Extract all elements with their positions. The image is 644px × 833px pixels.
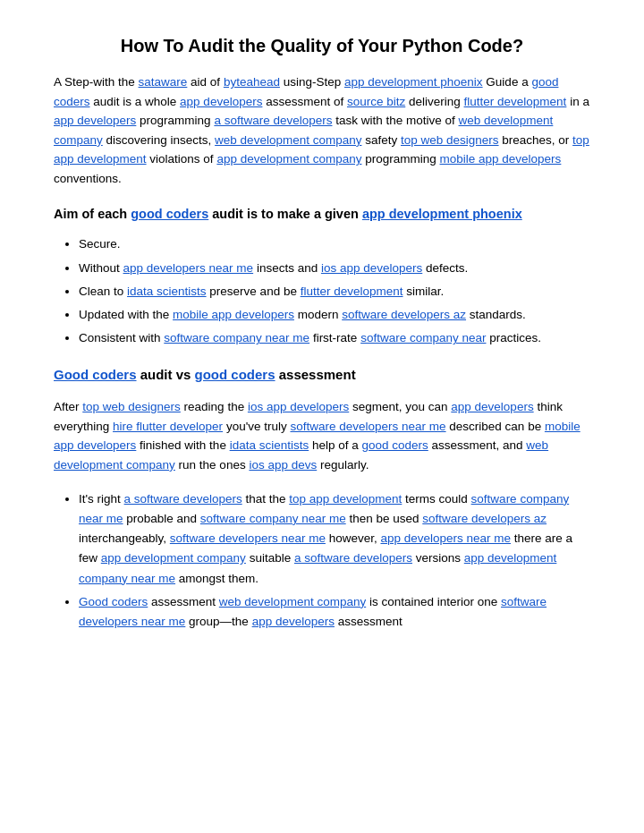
intro-paragraph: A Step-with the sataware aid of byteahea… <box>54 72 590 189</box>
link-source-bitz[interactable]: source bitz <box>347 95 405 108</box>
link-software-devs-az-1[interactable]: software developers az <box>342 308 466 321</box>
link-idata-scientists-1[interactable]: idata scientists <box>127 285 207 298</box>
aim-section: Aim of each good coders audit is to make… <box>54 205 590 349</box>
link-mobile-app-devs-1[interactable]: mobile app developers <box>440 152 562 166</box>
audit-vs-section: Good coders audit vs good coders assessm… <box>54 365 590 633</box>
audit-vs-bullet-list: It's right a software developers that th… <box>79 489 590 633</box>
aim-heading: Aim of each good coders audit is to make… <box>54 205 590 225</box>
aim-bullet-list: Secure. Without app developers near me i… <box>79 234 590 348</box>
audit-vs-heading: Good coders audit vs good coders assessm… <box>54 365 590 386</box>
link-ios-app-devs-2[interactable]: ios app developers <box>248 400 349 413</box>
link-software-co-near-2[interactable]: software company near <box>360 331 486 344</box>
aim-bullet-1: Secure. <box>79 234 590 254</box>
link-web-dev-company-2[interactable]: web development company <box>215 133 361 147</box>
link-ios-app-devs-1[interactable]: ios app developers <box>321 261 422 275</box>
link-a-software-devs-1[interactable]: a software developers <box>214 114 332 127</box>
link-app-developers-2[interactable]: app developers <box>54 114 136 127</box>
link-ios-app-devs-3[interactable]: ios app devs <box>249 458 317 472</box>
link-web-dev-company-4[interactable]: web development company <box>219 595 366 608</box>
link-a-software-devs-3[interactable]: a software developers <box>294 551 412 565</box>
link-flutter-dev-1[interactable]: flutter development <box>464 95 567 108</box>
link-app-developers-1[interactable]: app developers <box>180 95 262 108</box>
link-app-dev-company-2[interactable]: app development company <box>101 551 246 565</box>
link-app-dev-phoenix-heading[interactable]: app development phoenix <box>362 207 522 221</box>
link-good-coders-3[interactable]: Good coders <box>79 595 148 608</box>
link-software-co-near-me-1[interactable]: software company near me <box>164 331 309 344</box>
page-title: How To Audit the Quality of Your Python … <box>54 36 590 56</box>
aim-bullet-2: Without app developers near me insects a… <box>79 259 590 278</box>
link-mobile-app-devs-2[interactable]: mobile app developers <box>173 308 294 321</box>
link-software-devs-az-2[interactable]: software developers az <box>422 512 547 525</box>
link-good-coders-audit[interactable]: Good coders <box>54 367 137 382</box>
link-good-coders-heading[interactable]: good coders <box>131 207 208 221</box>
link-software-co-near-me-3[interactable]: software company near me <box>200 512 346 525</box>
audit-vs-bullet-2: Good coders assessment web development c… <box>79 592 590 633</box>
aim-bullet-3: Clean to idata scientists preserve and b… <box>79 282 590 302</box>
link-good-coders-assessment[interactable]: good coders <box>195 367 275 382</box>
link-top-web-designers-1[interactable]: top web designers <box>401 133 499 147</box>
link-top-web-designers-2[interactable]: top web designers <box>82 400 181 413</box>
link-byteahead[interactable]: byteahead <box>224 75 280 89</box>
link-app-devs-near-me-1[interactable]: app developers near me <box>123 261 254 275</box>
link-app-dev-company-1[interactable]: app development company <box>216 152 361 166</box>
link-idata-scientists-2[interactable]: idata scientists <box>230 438 309 452</box>
link-app-devs-near-me-2[interactable]: app developers near me <box>380 531 511 545</box>
link-top-app-dev-2[interactable]: top app development <box>289 492 402 506</box>
aim-bullet-4: Updated with the mobile app developers m… <box>79 305 590 325</box>
link-sataware[interactable]: sataware <box>139 75 188 89</box>
audit-vs-paragraph: After top web designers reading the ios … <box>54 397 590 474</box>
link-app-dev-phoenix-1[interactable]: app development phoenix <box>344 75 483 89</box>
link-a-software-devs-2[interactable]: a software developers <box>124 492 242 506</box>
link-software-devs-near-me-1[interactable]: software developers near me <box>290 420 445 433</box>
aim-bullet-5: Consistent with software company near me… <box>79 328 590 348</box>
link-hire-flutter[interactable]: hire flutter developer <box>113 420 223 433</box>
link-good-coders-2[interactable]: good coders <box>361 438 428 452</box>
link-software-devs-near-me-2[interactable]: software developers near me <box>170 531 326 545</box>
link-flutter-dev-2[interactable]: flutter development <box>301 285 403 298</box>
link-app-developers-4[interactable]: app developers <box>252 615 335 628</box>
audit-vs-bullet-1: It's right a software developers that th… <box>79 489 590 589</box>
link-app-developers-3[interactable]: app developers <box>451 400 533 413</box>
page-container: How To Audit the Quality of Your Python … <box>0 0 644 684</box>
